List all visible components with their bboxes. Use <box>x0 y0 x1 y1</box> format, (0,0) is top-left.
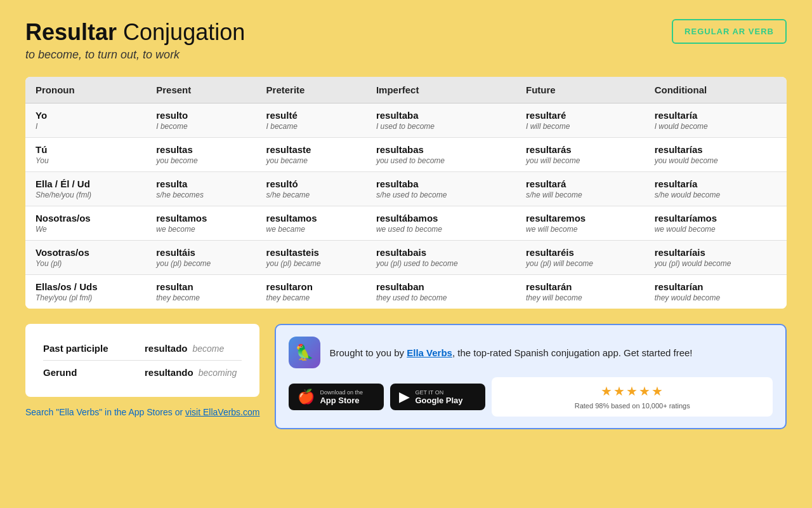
conjugation-sub: s/he became <box>266 190 310 199</box>
table-cell: resultéI became <box>256 104 366 138</box>
past-participle-row: Past participle resultado become <box>43 337 242 361</box>
app-store-badge[interactable]: 🍎 Download on the App Store <box>289 384 384 410</box>
conjugation-sub: you would become <box>655 156 718 165</box>
conjugation-sub: I would become <box>655 122 708 131</box>
rating-stars: ★★★★★ <box>601 384 664 399</box>
conjugation-main: resultaría <box>655 178 776 189</box>
conjugation-main: resultaría <box>655 110 776 121</box>
conjugation-main: resultaste <box>266 144 356 155</box>
table-cell: resultábamoswe used to become <box>366 206 516 241</box>
conjugation-main: resultábamos <box>376 213 506 224</box>
title-verb: Resultar <box>25 19 117 45</box>
table-cell: resultasyou become <box>146 138 256 172</box>
pronoun-main: Yo <box>36 110 136 121</box>
conjugation-sub: you used to become <box>376 156 445 165</box>
table-row: YoIresultoI becomeresultéI becameresulta… <box>25 104 787 138</box>
table-cell: resultamoswe became <box>256 206 366 241</box>
table-cell: resultaréisyou (pl) will become <box>516 241 645 275</box>
col-conditional: Conditional <box>645 77 787 104</box>
ella-verbs-link[interactable]: visit EllaVerbs.com <box>185 407 259 417</box>
google-play-icon: ▶ <box>399 389 410 405</box>
conjugation-sub: I used to become <box>376 122 435 131</box>
col-future: Future <box>516 77 645 104</box>
pronoun-sub: They/you (pl fml) <box>36 293 92 302</box>
conjugation-main: resultaban <box>376 281 506 292</box>
pronoun-main: Vosotras/os <box>36 247 136 258</box>
rating-box: ★★★★★ Rated 98% based on 10,000+ ratings <box>492 377 773 417</box>
past-participle-label: Past participle <box>43 343 145 354</box>
table-cell: resultaronthey became <box>256 275 366 309</box>
conjugation-sub: s/he used to become <box>376 190 447 199</box>
conjugation-main: resultabas <box>376 144 506 155</box>
conjugation-sub: I became <box>266 122 298 131</box>
table-cell: Ella / Él / UdShe/he/you (fml) <box>25 172 146 206</box>
table-cell: resultaránthey will become <box>516 275 645 309</box>
conjugation-sub: they used to become <box>376 293 447 302</box>
conjugation-main: resultarán <box>526 281 634 292</box>
conjugation-sub: s/he will become <box>526 190 582 199</box>
table-cell: resultasteyou became <box>256 138 366 172</box>
conjugation-main: resultaréis <box>526 247 634 258</box>
promo-text-after: , the top-rated Spanish conjugation app.… <box>452 347 693 358</box>
pronoun-main: Nosotras/os <box>36 213 136 224</box>
participle-box: Past participle resultado become Gerund … <box>25 324 259 397</box>
col-pronoun: Pronoun <box>25 77 146 104</box>
conjugation-sub: you will become <box>526 156 580 165</box>
conjugation-main: resultabais <box>376 247 506 258</box>
page-subtitle: to become, to turn out, to work <box>25 48 245 62</box>
page-header: Resultar Conjugation to become, to turn … <box>25 19 787 62</box>
table-cell: resultanthey become <box>146 275 256 309</box>
conjugation-main: resultaba <box>376 178 506 189</box>
col-preterite: Preterite <box>256 77 366 104</box>
conjugation-main: resultará <box>526 178 634 189</box>
conjugation-main: resultaríais <box>655 247 776 258</box>
app-store-small-text: Download on the <box>320 389 363 396</box>
table-header: Pronoun Present Preterite Imperfect Futu… <box>25 77 787 104</box>
table-cell: resultoI become <box>146 104 256 138</box>
bottom-section: Past participle resultado become Gerund … <box>25 324 787 429</box>
pronoun-main: Ella / Él / Ud <box>36 178 136 189</box>
pronoun-main: Ellas/os / Uds <box>36 281 136 292</box>
conjugation-sub: they become <box>156 293 200 302</box>
google-play-badge[interactable]: ▶ GET IT ON Google Play <box>390 384 485 410</box>
conjugation-main: resultaron <box>266 281 356 292</box>
conjugation-sub: I will become <box>526 122 570 131</box>
apple-icon: 🍎 <box>298 389 315 405</box>
search-text: Search "Ella Verbs" in the App Stores or… <box>25 407 259 417</box>
conjugation-sub: we become <box>156 225 195 234</box>
conjugation-sub: we became <box>266 225 305 234</box>
conjugation-sub: s/he would become <box>655 190 720 199</box>
table-cell: Nosotras/osWe <box>25 206 146 241</box>
table-row: Nosotras/osWeresultamoswe becomeresultam… <box>25 206 787 241</box>
conjugation-main: resultas <box>156 144 246 155</box>
table-cell: resultaríamoswe would become <box>645 206 787 241</box>
promo-top: 🦜 Brought to you by Ella Verbs, the top-… <box>289 337 773 368</box>
conjugation-main: resulta <box>156 178 246 189</box>
table-cell: resultas/he becomes <box>146 172 256 206</box>
conjugation-sub: they would become <box>655 293 720 302</box>
table-body: YoIresultoI becomeresultéI becameresulta… <box>25 104 787 309</box>
conjugation-main: resultaríamos <box>655 213 776 224</box>
table-cell: TúYou <box>25 138 146 172</box>
table-cell: resultabaisyou (pl) used to become <box>366 241 516 275</box>
conjugation-main: resultáis <box>156 247 246 258</box>
conjugation-main: resultasteis <box>266 247 356 258</box>
conjugation-sub: s/he becomes <box>156 190 204 199</box>
conjugation-main: resultó <box>266 178 356 189</box>
table-cell: resultamoswe become <box>146 206 256 241</box>
table-cell: resultabaI used to become <box>366 104 516 138</box>
gerund-label: Gerund <box>43 367 145 378</box>
page-title: Resultar Conjugation <box>25 19 245 46</box>
table-cell: resultaríasyou would become <box>645 138 787 172</box>
table-cell: resultaríaI would become <box>645 104 787 138</box>
app-store-text: Download on the App Store <box>320 389 363 405</box>
conjugation-sub: I become <box>156 122 187 131</box>
conjugation-sub: you become <box>156 156 197 165</box>
conjugation-table: Pronoun Present Preterite Imperfect Futu… <box>25 77 787 309</box>
gerund-trans: becoming <box>199 368 237 378</box>
conjugation-main: resultan <box>156 281 246 292</box>
conjugation-sub: you (pl) used to become <box>376 259 458 268</box>
google-play-small-text: GET IT ON <box>415 389 462 396</box>
promo-ella-verbs-link[interactable]: Ella Verbs <box>407 347 452 358</box>
verb-type-badge: REGULAR AR VERB <box>672 19 787 44</box>
